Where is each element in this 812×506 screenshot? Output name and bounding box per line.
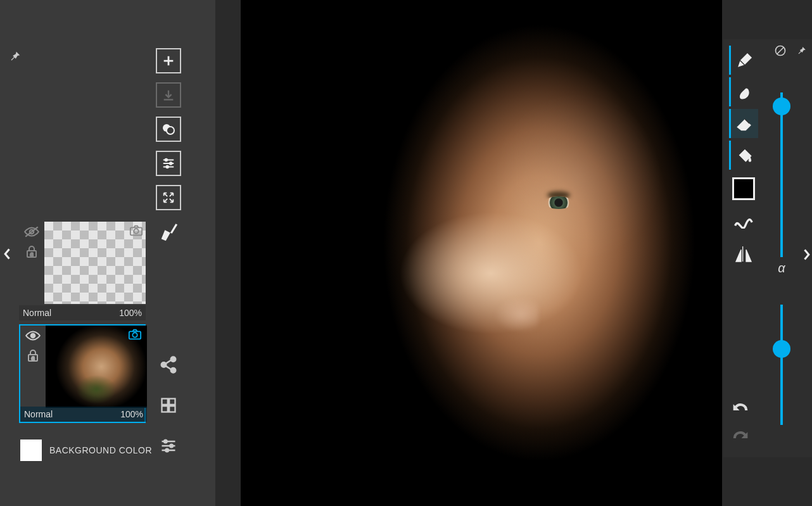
artwork-portrait — [241, 0, 722, 506]
lock-alpha-icon: a — [25, 348, 41, 364]
pin-tools-button[interactable] — [796, 45, 807, 56]
paint-bucket-icon — [735, 145, 755, 165]
share-icon — [159, 355, 178, 374]
svg-point-9 — [134, 229, 138, 233]
sliders-icon — [160, 437, 177, 455]
svg-rect-19 — [169, 399, 175, 405]
visibility-toggle[interactable] — [25, 329, 41, 342]
sliders-column: α — [769, 86, 794, 442]
overlap-circles-icon — [161, 122, 176, 137]
svg-point-16 — [171, 357, 176, 362]
layers-panel: a Normal 100% a Normal 100% — [0, 0, 215, 506]
smudge-icon — [735, 82, 755, 102]
tools-panel-top — [774, 44, 807, 57]
svg-point-0 — [163, 124, 170, 132]
svg-point-23 — [170, 445, 173, 448]
layer-opacity[interactable]: 100% — [120, 409, 143, 419]
pin-panel-button[interactable] — [8, 49, 22, 63]
svg-text:a: a — [30, 251, 33, 257]
svg-point-22 — [164, 440, 167, 443]
camera-icon — [129, 224, 143, 237]
svg-point-17 — [171, 368, 176, 373]
svg-rect-21 — [169, 406, 175, 412]
tool-column — [728, 46, 759, 269]
alpha-lock-toggle[interactable]: a — [25, 348, 41, 364]
reference-photo-toggle[interactable] — [129, 224, 143, 237]
sliders-icon — [162, 156, 175, 170]
wave-icon — [733, 216, 754, 229]
canvas-area[interactable] — [241, 0, 722, 506]
opacity-slider-knob[interactable] — [773, 340, 790, 358]
lock-alpha-icon: a — [24, 244, 39, 260]
share-button[interactable] — [156, 352, 181, 377]
color-swatch[interactable] — [732, 177, 755, 200]
tools-panel: α — [723, 39, 812, 457]
layer-blend-mode[interactable]: Normal — [23, 308, 51, 318]
panel-bottom-actions — [156, 352, 181, 459]
clear-layer-button[interactable] — [156, 219, 181, 244]
layer-options-button[interactable] — [156, 151, 181, 176]
svg-point-3 — [170, 162, 172, 165]
svg-point-4 — [166, 166, 168, 168]
camera-icon — [128, 328, 142, 341]
mirror-icon — [733, 244, 754, 264]
chevron-left-icon — [3, 248, 12, 260]
layer-side-controls: a — [19, 222, 44, 304]
alpha-lock-toggle[interactable]: a — [24, 244, 39, 260]
layer-actions-column — [156, 48, 181, 244]
undo-button[interactable] — [730, 398, 751, 414]
grid-icon — [160, 396, 177, 414]
grid-menu-button[interactable] — [156, 393, 181, 418]
symmetry-tool[interactable] — [729, 239, 758, 269]
plus-icon — [162, 54, 175, 68]
duplicate-layer-button[interactable] — [156, 117, 181, 142]
transform-layer-button[interactable] — [156, 185, 181, 210]
fill-tool[interactable] — [729, 141, 758, 170]
undo-redo-block — [730, 398, 751, 442]
layer-footer: Normal 100% — [19, 305, 146, 320]
svg-text:a: a — [31, 355, 34, 361]
pen-tool[interactable] — [729, 46, 758, 75]
svg-rect-18 — [162, 399, 168, 405]
layer-item[interactable]: a Normal 100% — [19, 222, 146, 320]
settings-button[interactable] — [156, 433, 181, 459]
eraser-icon — [734, 113, 756, 134]
svg-point-15 — [162, 362, 167, 367]
size-slider-knob[interactable] — [773, 98, 790, 115]
layer-side-controls: a — [20, 326, 46, 408]
reference-photo-toggle[interactable] — [128, 328, 142, 341]
no-symbol-icon — [774, 44, 787, 57]
redo-icon — [730, 426, 751, 442]
expand-right-handle[interactable] — [802, 248, 811, 261]
svg-point-10 — [31, 334, 35, 338]
layer-footer: Normal 100% — [20, 407, 147, 422]
eye-off-icon — [23, 225, 40, 238]
layer-opacity[interactable]: 100% — [119, 308, 142, 318]
background-color-label: BACKGROUND COLOR — [49, 445, 152, 455]
eraser-tool[interactable] — [729, 109, 758, 138]
opacity-slider[interactable] — [780, 305, 783, 425]
brush-sweep-icon — [158, 221, 179, 243]
merge-down-button[interactable] — [156, 82, 181, 108]
add-layer-button[interactable] — [156, 48, 181, 73]
arrow-down-box-icon — [162, 88, 175, 102]
pin-icon — [796, 45, 807, 56]
disable-button[interactable] — [774, 44, 787, 57]
size-slider[interactable] — [780, 92, 783, 257]
svg-point-24 — [165, 449, 168, 452]
svg-rect-20 — [162, 406, 168, 412]
redo-button[interactable] — [730, 426, 751, 442]
smudge-tool[interactable] — [729, 77, 758, 106]
svg-point-1 — [167, 127, 174, 134]
visibility-toggle[interactable] — [23, 225, 40, 238]
svg-point-2 — [165, 159, 168, 161]
expand-arrows-icon — [162, 191, 175, 205]
layer-blend-mode[interactable]: Normal — [24, 409, 53, 419]
eye-icon — [25, 329, 41, 342]
layer-item-selected[interactable]: a Normal 100% — [19, 324, 146, 423]
alpha-label: α — [778, 261, 785, 275]
background-color-row: BACKGROUND COLOR — [20, 440, 152, 461]
background-color-swatch[interactable] — [20, 440, 42, 461]
collapse-left-handle[interactable] — [0, 243, 15, 265]
stroke-tool[interactable] — [729, 208, 758, 237]
